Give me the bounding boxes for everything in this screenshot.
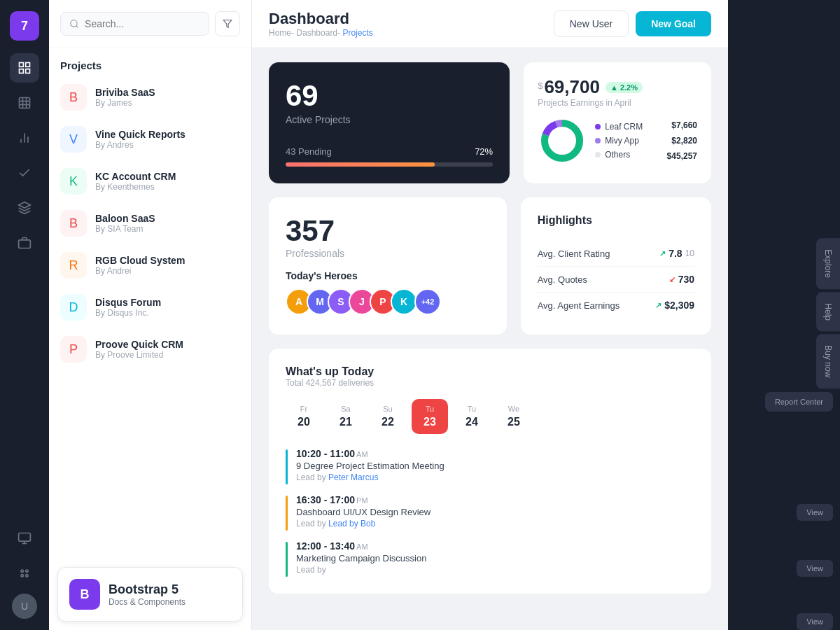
calendar-day[interactable]: Sa 21 bbox=[328, 399, 364, 434]
right-panel: Explore Help Buy now Report Center View … bbox=[728, 0, 840, 630]
event-list: 10:20 - 11:00AM 9 Degree Project Estimat… bbox=[286, 448, 694, 577]
event-lead-link[interactable]: Peter Marcus bbox=[328, 472, 378, 482]
project-icon: V bbox=[60, 126, 87, 153]
help-tab[interactable]: Help bbox=[816, 292, 840, 332]
project-by: By Disqus Inc. bbox=[95, 308, 161, 318]
legend-mivy-app: Mivy App bbox=[605, 136, 639, 146]
bootstrap-card[interactable]: B Bootstrap 5 Docs & Components bbox=[57, 567, 243, 622]
sidebar-item-briefcase[interactable] bbox=[10, 228, 39, 258]
buy-now-tab[interactable]: Buy now bbox=[816, 335, 840, 389]
legend-others: Others bbox=[605, 150, 630, 160]
main-header: Dashboard Home- Dashboard- Projects New … bbox=[252, 0, 728, 48]
cal-day-name: Sa bbox=[341, 405, 350, 413]
search-input[interactable] bbox=[85, 18, 200, 29]
arrow-up-0: ↗ bbox=[659, 249, 666, 258]
calendar-row: Fr 20 Sa 21 Su 22 Tu 23 Tu 24 We 25 bbox=[286, 399, 694, 434]
calendar-day[interactable]: Su 22 bbox=[370, 399, 406, 434]
project-item[interactable]: K KC Account CRM By Keenthemes bbox=[55, 161, 246, 202]
event-item: 10:20 - 11:00AM 9 Degree Project Estimat… bbox=[286, 448, 694, 484]
earnings-amount: 69,700 bbox=[544, 76, 600, 97]
earnings-badge: ▲ 2.2% bbox=[606, 82, 643, 93]
professionals-count: 357 bbox=[286, 214, 490, 248]
project-name: Baloon SaaS bbox=[95, 213, 155, 224]
explore-tab[interactable]: Explore bbox=[816, 238, 840, 289]
cal-day-num: 24 bbox=[465, 416, 478, 428]
project-item[interactable]: B Briviba SaaS By James bbox=[55, 77, 246, 118]
cal-day-name: Tu bbox=[426, 405, 434, 413]
highlights-title: Highlights bbox=[538, 214, 694, 227]
calendar-day[interactable]: Tu 23 bbox=[412, 399, 448, 434]
cal-day-name: Fr bbox=[300, 405, 307, 413]
mid-row: 357 Professionals Today's Heroes AMSJPK+… bbox=[269, 197, 711, 335]
sidebar-item-layout[interactable] bbox=[10, 53, 39, 83]
highlight-val-0: ↗ 7.8 10 bbox=[659, 248, 694, 259]
progress-bar bbox=[286, 162, 493, 167]
highlight-val-1: ↙ 730 bbox=[669, 274, 694, 285]
view-button-1[interactable]: View bbox=[797, 504, 833, 521]
breadcrumb-text: Home- Dashboard- bbox=[269, 28, 342, 38]
event-title: 9 Degree Project Estimation Meeting bbox=[296, 461, 444, 471]
schedule-card: What's up Today Total 424,567 deliveries… bbox=[269, 349, 711, 594]
project-item[interactable]: P Proove Quick CRM By Proove Limited bbox=[55, 329, 246, 370]
project-name: KC Account CRM bbox=[95, 171, 176, 182]
legend-leaf-crm: Leaf CRM bbox=[605, 122, 643, 132]
sidebar-item-monitor[interactable] bbox=[10, 524, 39, 553]
view-button-3[interactable]: View bbox=[797, 613, 833, 630]
svg-marker-23 bbox=[223, 20, 232, 28]
sidebar-item-check[interactable] bbox=[10, 158, 39, 188]
apps-icon bbox=[18, 566, 31, 580]
event-time: 16:30 - 17:00PM bbox=[296, 494, 430, 505]
search-bar bbox=[49, 0, 251, 48]
project-list: B Briviba SaaS By James V Vine Quick Rep… bbox=[49, 77, 251, 559]
sidebar-item-chart[interactable] bbox=[10, 123, 39, 153]
calendar-day[interactable]: We 25 bbox=[496, 399, 532, 434]
search-input-wrap[interactable] bbox=[60, 12, 209, 36]
project-icon: B bbox=[60, 84, 87, 111]
project-name: Disqus Forum bbox=[95, 297, 161, 308]
page-title: Dashboard bbox=[269, 10, 373, 28]
cal-day-name: Su bbox=[383, 405, 392, 413]
sidebar-item-grid[interactable] bbox=[10, 88, 39, 118]
cal-day-name: Tu bbox=[468, 405, 476, 413]
project-icon: K bbox=[60, 168, 87, 195]
event-time: 12:00 - 13:40AM bbox=[296, 540, 426, 552]
sidebar-main-avatar[interactable]: 7 bbox=[10, 11, 39, 41]
earnings-legend: Leaf CRM Mivy App Others bbox=[595, 122, 658, 160]
heroes-avatars: AMSJPK+42 bbox=[286, 288, 490, 315]
event-bar bbox=[286, 449, 288, 484]
svg-point-17 bbox=[21, 570, 23, 572]
highlight-val-2: ↗ $2,309 bbox=[655, 300, 694, 311]
active-projects-card: 69 Active Projects 43 Pending 72% bbox=[269, 62, 510, 183]
filter-button[interactable] bbox=[215, 11, 240, 36]
sidebar-item-layers[interactable] bbox=[10, 193, 39, 223]
bootstrap-sub[interactable]: Docs & Components bbox=[108, 597, 186, 607]
active-projects-label: Active Projects bbox=[286, 114, 493, 125]
highlight-label-2: Avg. Agent Earnings bbox=[538, 300, 620, 311]
project-item[interactable]: V Vine Quick Reports By Andres bbox=[55, 119, 246, 160]
new-goal-button[interactable]: New Goal bbox=[636, 11, 711, 36]
svg-point-21 bbox=[71, 20, 77, 27]
svg-point-19 bbox=[21, 575, 23, 577]
calendar-day[interactable]: Tu 24 bbox=[454, 399, 490, 434]
project-item[interactable]: B Baloon SaaS By SIA Team bbox=[55, 203, 246, 244]
projects-title: Projects bbox=[49, 48, 251, 77]
highlights-card: Highlights Avg. Client Rating ↗ 7.8 10 A… bbox=[521, 197, 711, 335]
new-user-button[interactable]: New User bbox=[554, 10, 629, 37]
view-button-2[interactable]: View bbox=[797, 560, 833, 577]
left-panel: Projects B Briviba SaaS By James V Vine … bbox=[49, 0, 252, 630]
project-item[interactable]: D Disqus Forum By Disqus Inc. bbox=[55, 287, 246, 328]
progress-fill bbox=[286, 162, 435, 167]
sidebar-item-apps[interactable] bbox=[10, 559, 39, 588]
filter-icon bbox=[223, 19, 232, 29]
schedule-sub: Total 424,567 deliveries bbox=[286, 378, 694, 388]
professionals-card: 357 Professionals Today's Heroes AMSJPK+… bbox=[269, 197, 507, 335]
project-item[interactable]: R RGB Cloud System By Andrei bbox=[55, 245, 246, 286]
project-by: By SIA Team bbox=[95, 224, 155, 234]
calendar-day[interactable]: Fr 20 bbox=[286, 399, 322, 434]
cal-day-num: 20 bbox=[298, 416, 310, 428]
event-lead-link[interactable]: Lead by Bob bbox=[328, 519, 375, 528]
svg-rect-4 bbox=[20, 98, 30, 108]
event-bar bbox=[286, 542, 288, 577]
user-avatar[interactable]: U bbox=[12, 594, 37, 619]
report-center-button[interactable]: Report Center bbox=[765, 392, 833, 412]
